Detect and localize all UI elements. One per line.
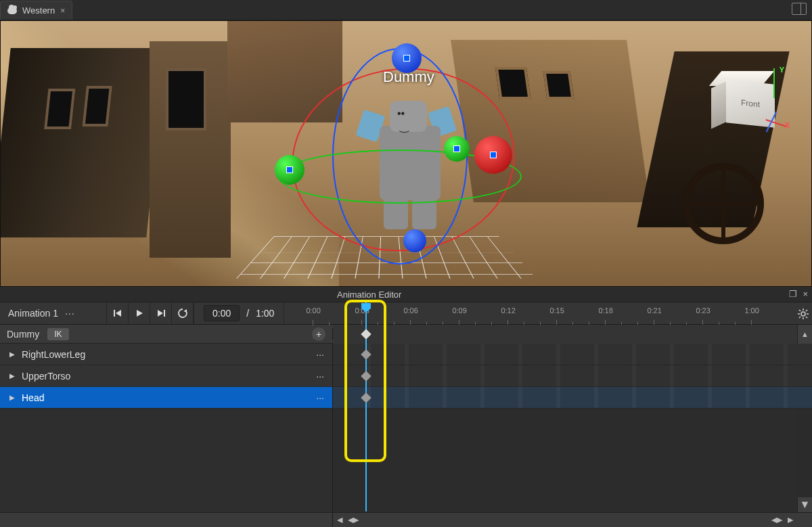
cloud-icon xyxy=(7,7,17,14)
rotate-handle-y[interactable] xyxy=(444,136,470,162)
tab-western[interactable]: Western × xyxy=(0,1,72,20)
window xyxy=(166,68,206,131)
track-row[interactable]: ▶UpperTorso··· xyxy=(0,365,812,387)
chevron-right-icon: ▶ xyxy=(9,350,15,358)
scroll-left-button[interactable]: ◀ xyxy=(333,513,346,527)
viewport-3d[interactable]: Dummy •• ‿ Front Y X xyxy=(0,20,812,287)
svg-line-12 xyxy=(806,317,807,318)
ik-toggle-button[interactable]: IK xyxy=(47,328,68,340)
scroll-down-button[interactable]: ▼ xyxy=(797,497,812,512)
popout-icon[interactable]: ❐ xyxy=(789,289,797,299)
svg-line-14 xyxy=(799,317,800,318)
track-menu-icon[interactable]: ··· xyxy=(316,349,324,360)
building xyxy=(150,41,231,258)
window xyxy=(495,67,531,99)
chevron-right-icon: ▶ xyxy=(9,372,15,380)
track-row[interactable]: ▶RightLowerLeg··· xyxy=(0,344,812,365)
svg-marker-2 xyxy=(137,310,143,317)
track-name: RightLowerLeg xyxy=(22,349,85,360)
rig-name[interactable]: Dummy xyxy=(7,329,39,340)
animation-name: Animation 1 xyxy=(8,308,58,319)
ruler-tick-label: 0:00 xyxy=(306,306,320,315)
chevron-right-icon: ▶ xyxy=(9,394,15,401)
track-name: Head xyxy=(22,392,44,403)
time-separator: / xyxy=(246,308,249,319)
animation-name-cell[interactable]: Animation 1 ··· xyxy=(0,302,107,324)
ruler-tick-label: 0:23 xyxy=(696,306,710,315)
play-button[interactable] xyxy=(129,302,150,325)
timeline-footer: ◀ ◀▶ ◀▶ ▶ xyxy=(0,512,812,527)
svg-rect-4 xyxy=(164,310,165,317)
svg-rect-0 xyxy=(114,310,115,317)
annotation-highlight xyxy=(344,300,386,462)
scroll-right-button[interactable]: ▶ xyxy=(784,513,797,527)
close-icon[interactable]: × xyxy=(803,289,808,299)
rotate-handle-z[interactable] xyxy=(392,43,422,73)
loop-button[interactable] xyxy=(172,302,194,325)
ruler-tick-label: 1:00 xyxy=(744,306,759,315)
window xyxy=(44,89,75,129)
animation-controls-bar: Animation 1 ··· 0:00 / 1:00 0:000:030:06… xyxy=(0,302,812,325)
track-lane[interactable] xyxy=(333,387,812,408)
svg-marker-1 xyxy=(116,310,121,317)
track-row[interactable]: ▶Head··· xyxy=(0,387,812,409)
current-time[interactable]: 0:00 xyxy=(204,305,240,321)
document-tab-bar: Western × xyxy=(0,0,812,20)
timeline-settings-icon[interactable] xyxy=(797,308,809,320)
axis-label-y: Y xyxy=(780,66,784,74)
axis-line-y xyxy=(773,68,775,98)
time-display: 0:00 / 1:00 xyxy=(194,302,284,324)
add-track-button[interactable]: + xyxy=(312,327,325,341)
scroll-up-button[interactable]: ▲ xyxy=(797,325,812,344)
summary-track-lane[interactable] xyxy=(333,325,797,344)
total-time[interactable]: 1:00 xyxy=(256,308,274,319)
animation-editor-titlebar: Animation Editor ❐ × xyxy=(0,287,812,302)
window xyxy=(83,86,112,127)
track-menu-icon[interactable]: ··· xyxy=(316,392,324,403)
svg-line-11 xyxy=(799,310,800,311)
track-name: UpperTorso xyxy=(22,371,70,382)
animation-menu-icon[interactable]: ··· xyxy=(65,308,75,319)
scroll-grip-right[interactable]: ◀▶ xyxy=(770,513,784,527)
ruler-tick-label: 0:12 xyxy=(501,306,515,315)
tab-title: Western xyxy=(22,5,55,16)
rig-summary-row: Dummy IK + ▲ xyxy=(0,325,812,344)
rotate-handle-y[interactable] xyxy=(275,155,304,185)
svg-marker-3 xyxy=(158,310,163,317)
empty-timeline-area: ▼ xyxy=(0,409,812,512)
viewcube-right[interactable] xyxy=(711,81,727,129)
svg-marker-5 xyxy=(183,309,187,313)
axis-label-x: X xyxy=(785,121,790,129)
track-lane[interactable] xyxy=(333,365,812,386)
building xyxy=(0,48,166,237)
rotate-handle-z[interactable] xyxy=(403,229,426,252)
go-to-end-button[interactable] xyxy=(150,302,172,325)
svg-line-13 xyxy=(806,310,807,311)
wagon-wheel xyxy=(683,163,764,244)
ruler-tick-label: 0:21 xyxy=(647,306,661,315)
track-lane[interactable] xyxy=(333,344,812,365)
track-list: ▶RightLowerLeg···▶UpperTorso···▶Head··· xyxy=(0,344,812,409)
svg-point-6 xyxy=(801,312,805,316)
track-menu-icon[interactable]: ··· xyxy=(316,371,324,382)
animation-editor-title: Animation Editor xyxy=(337,290,401,300)
view-cube[interactable]: Front Y X xyxy=(711,68,787,136)
rotate-handle-x[interactable] xyxy=(474,136,512,174)
ruler-tick-label: 0:15 xyxy=(549,306,564,315)
window xyxy=(543,71,574,99)
close-icon[interactable]: × xyxy=(60,6,65,16)
go-to-start-button[interactable] xyxy=(107,302,129,325)
transport-controls xyxy=(107,302,194,324)
scroll-grip-left[interactable]: ◀▶ xyxy=(346,513,360,527)
ruler-tick-label: 0:09 xyxy=(452,306,466,315)
ruler-tick-label: 0:18 xyxy=(598,306,612,315)
dock-layout-icon[interactable] xyxy=(792,3,807,15)
ruler-tick-label: 0:06 xyxy=(403,306,418,315)
